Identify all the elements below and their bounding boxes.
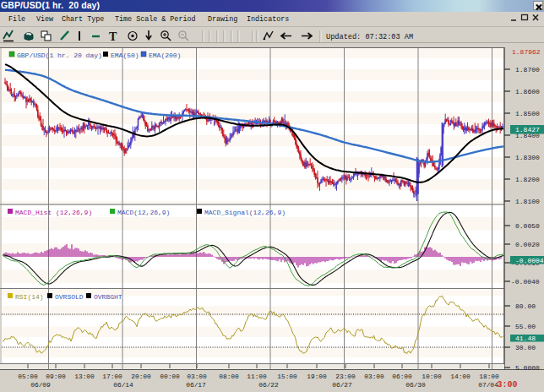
svg-text:0.0050: 0.0050 xyxy=(515,222,540,230)
svg-text:1.8300: 1.8300 xyxy=(515,154,540,161)
svg-text:55.00: 55.00 xyxy=(515,323,536,330)
svg-text:1.8500: 1.8500 xyxy=(515,110,540,117)
svg-text:5.0000: 5.0000 xyxy=(515,364,540,372)
svg-text:RSI(14): RSI(14) xyxy=(15,293,44,301)
svg-text:EMA(50): EMA(50) xyxy=(111,52,139,59)
svg-text:41.48: 41.48 xyxy=(515,335,536,342)
svg-text:1.87962: 1.87962 xyxy=(512,48,541,56)
svg-text:15:00: 15:00 xyxy=(277,373,297,380)
svg-text:T: T xyxy=(109,30,117,43)
svg-text:1.8427: 1.8427 xyxy=(515,126,540,133)
svg-text:08:00: 08:00 xyxy=(219,373,239,380)
svg-text:30.00: 30.00 xyxy=(515,344,536,351)
svg-text:18:00: 18:00 xyxy=(479,373,499,380)
svg-text:20:00: 20:00 xyxy=(131,373,151,380)
svg-text:1.8200: 1.8200 xyxy=(515,176,540,183)
svg-text:GBP/USD(1 hr. 20 day): GBP/USD(1 hr. 20 day) xyxy=(17,52,102,59)
svg-text:03:00: 03:00 xyxy=(364,373,384,380)
svg-text:00:00: 00:00 xyxy=(160,373,180,380)
svg-text:OVRBGHT: OVRBGHT xyxy=(94,293,122,301)
svg-text:80.00: 80.00 xyxy=(515,302,536,310)
svg-text:06/09: 06/09 xyxy=(30,381,51,389)
svg-text:07/04: 07/04 xyxy=(478,381,498,389)
svg-text:3:00: 3:00 xyxy=(498,380,518,389)
svg-text:13:00: 13:00 xyxy=(74,373,95,380)
svg-text:1.8100: 1.8100 xyxy=(515,198,540,205)
svg-text:06/30: 06/30 xyxy=(405,381,426,389)
svg-text:19:00: 19:00 xyxy=(307,373,327,380)
svg-text:06/27: 06/27 xyxy=(332,381,352,389)
svg-text:-0.0004: -0.0004 xyxy=(515,257,544,264)
svg-text:14:00: 14:00 xyxy=(450,373,471,380)
svg-text:OVRSOLD: OVRSOLD xyxy=(55,293,84,301)
svg-text:0.0020: 0.0020 xyxy=(515,241,540,248)
svg-text:Updated: 07:32:03 AM: Updated: 07:32:03 AM xyxy=(326,33,413,41)
svg-text:MACD_Hist (12,26,9): MACD_Hist (12,26,9) xyxy=(15,209,92,216)
svg-text:17:00: 17:00 xyxy=(102,373,122,380)
svg-text:11:00: 11:00 xyxy=(247,373,267,380)
svg-text:10:00: 10:00 xyxy=(422,373,442,380)
svg-text:1.8600: 1.8600 xyxy=(515,88,540,95)
svg-text:03:00: 03:00 xyxy=(187,373,207,380)
svg-text:05:00: 05:00 xyxy=(18,373,38,380)
svg-text:06/17: 06/17 xyxy=(186,381,206,389)
svg-text:1.8700: 1.8700 xyxy=(515,66,540,74)
svg-text:23:00: 23:00 xyxy=(335,373,356,380)
svg-text:MACD_Signal(12,26,9): MACD_Signal(12,26,9) xyxy=(204,209,286,216)
svg-text:MACD(12,26,9): MACD(12,26,9) xyxy=(117,209,170,216)
svg-text:09:00: 09:00 xyxy=(46,373,66,380)
svg-text:EMA(200): EMA(200) xyxy=(149,52,181,59)
svg-text:-0.0040: -0.0040 xyxy=(511,278,540,286)
svg-text:06:00: 06:00 xyxy=(392,373,412,380)
svg-text:06/14: 06/14 xyxy=(113,381,133,389)
svg-text:06/22: 06/22 xyxy=(258,381,279,389)
